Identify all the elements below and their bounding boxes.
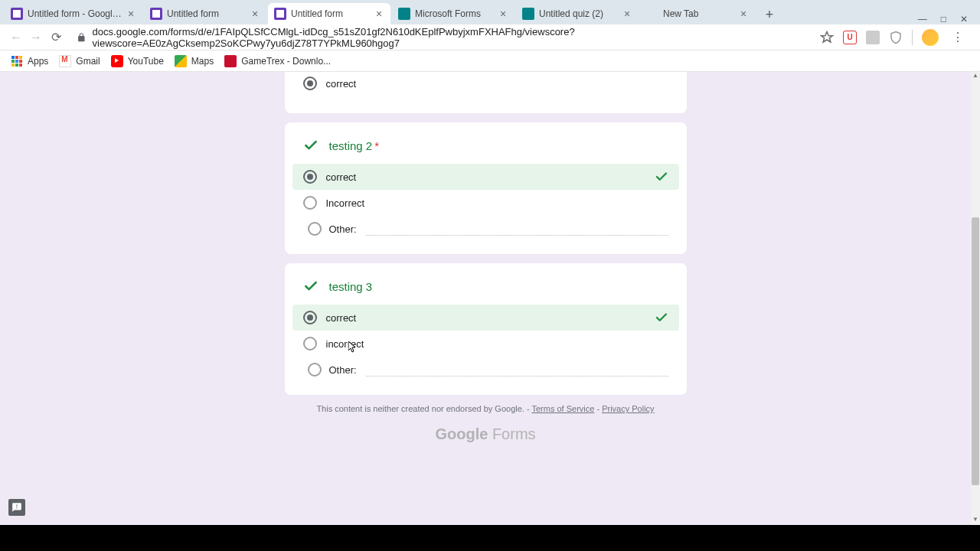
question-header: testing 3 [285,279,687,305]
apps-icon [11,55,23,67]
radio-empty-icon [303,337,317,350]
radio-empty-icon [308,363,322,377]
bookmark-label: GameTrex - Downlo... [241,56,331,67]
url-text: docs.google.com/forms/d/e/1FAIpQLSfCCMlg… [93,26,803,49]
form-favicon [11,8,23,20]
bookmark-label: Maps [191,56,214,67]
radio-option-other[interactable]: Other: [292,357,679,377]
ext-icon-1[interactable]: U [843,31,857,44]
radio-option-correct[interactable]: correct [292,305,679,331]
browser-tab-1[interactable]: Untitled form × [144,3,266,24]
tab-title: Microsoft Forms [415,8,495,19]
maps-icon [175,55,187,67]
question-header: testing 2 * [285,138,687,164]
browser-tab-2[interactable]: Untitled form × [268,3,390,24]
vertical-scrollbar[interactable]: ▲ ▼ [971,72,980,525]
url-input[interactable]: docs.google.com/forms/d/e/1FAIpQLSfCCMlg… [70,28,809,47]
question-title: testing 2 [329,139,373,152]
browser-tab-4[interactable]: Untitled quiz (2) × [516,3,639,24]
profile-avatar[interactable] [922,29,939,46]
bookmark-gmail[interactable]: Gmail [54,54,104,69]
close-icon[interactable]: × [622,8,632,19]
tab-title: Untitled form - Google Form [28,8,122,19]
gametrex-icon [224,55,237,67]
bookmark-maps[interactable]: Maps [170,54,218,69]
tab-title: Untitled form [167,8,247,19]
close-icon[interactable]: × [498,8,508,19]
forward-button[interactable]: → [26,28,46,47]
blank-favicon [646,8,658,20]
tab-title: Untitled quiz (2) [539,8,619,19]
privacy-link[interactable]: Privacy Policy [602,404,654,413]
tos-link[interactable]: Terms of Service [531,404,594,413]
required-asterisk: * [374,139,379,152]
new-tab-button[interactable]: + [760,5,779,24]
radio-empty-icon [303,196,317,210]
option-label: Other: [329,223,357,235]
other-text-input[interactable] [366,222,668,236]
question-card-3: testing 3 correct incorrect Other: [285,263,687,395]
correct-check-icon [655,170,668,184]
shield-icon[interactable] [889,31,903,44]
bookmark-apps[interactable]: Apps [6,54,53,69]
option-label: correct [326,171,357,183]
browser-tab-5[interactable]: New Tab × [640,3,755,24]
feedback-button[interactable] [8,499,25,516]
form-favicon [274,8,286,20]
gmail-icon [59,55,71,67]
address-bar: ← → ⟳ docs.google.com/forms/d/e/1FAIpQLS… [0,24,980,51]
check-icon [303,138,318,153]
radio-option-correct: correct [285,72,687,95]
close-icon[interactable]: × [738,8,749,19]
browser-tab-3[interactable]: Microsoft Forms × [392,3,514,24]
radio-filled-icon [303,170,317,184]
window-controls: — □ ✕ [910,14,975,24]
feedback-icon [11,502,22,513]
radio-empty-icon [308,222,322,236]
close-icon[interactable]: × [250,8,260,19]
option-label: incorrect [326,338,364,350]
correct-check-icon [655,311,668,324]
maximize-icon[interactable]: □ [941,14,946,24]
back-button[interactable]: ← [6,28,26,47]
youtube-icon [111,55,123,67]
bookmarks-bar: Apps Gmail YouTube Maps GameTrex - Downl… [0,51,980,72]
browser-tab-0[interactable]: Untitled form - Google Form × [5,3,142,24]
tab-title: Untitled form [291,8,371,19]
minimize-icon[interactable]: — [918,14,927,24]
other-text-input[interactable] [366,363,668,377]
radio-option-other[interactable]: Other: [292,216,679,236]
bottom-black-bar [0,525,980,551]
chrome-menu-icon[interactable]: ⋮ [948,28,968,47]
option-label: correct [326,78,357,90]
google-forms-logo[interactable]: Google Forms [285,425,687,443]
scroll-thumb[interactable] [972,217,979,485]
star-icon[interactable] [820,31,834,44]
scroll-down-arrow[interactable]: ▼ [971,516,980,525]
option-label: Other: [329,364,357,376]
close-icon[interactable]: × [374,8,384,19]
check-icon [303,279,318,294]
msforms-favicon [398,8,410,20]
bookmark-label: Apps [28,56,48,67]
option-label: correct [326,312,357,324]
radio-filled-icon [303,77,317,90]
question-title: testing 3 [329,280,373,293]
reload-button[interactable]: ⟳ [46,28,66,47]
close-window-icon[interactable]: ✕ [960,14,968,24]
radio-option-incorrect[interactable]: Incorrect [292,190,679,216]
radio-option-correct[interactable]: correct [292,164,679,190]
page-viewport: correct testing 2 * correct Incorrect [0,72,971,525]
form-footer-disclaimer: This content is neither created nor endo… [285,404,687,413]
radio-filled-icon [303,311,317,324]
bookmark-youtube[interactable]: YouTube [106,54,168,69]
ext-icon-2[interactable] [866,31,880,44]
bookmark-gametrex[interactable]: GameTrex - Downlo... [220,54,335,69]
close-icon[interactable]: × [126,8,136,19]
question-card-2: testing 2 * correct Incorrect Other: [285,122,687,254]
tab-title: New Tab [663,8,735,19]
msforms-favicon [522,8,534,20]
radio-option-incorrect[interactable]: incorrect [292,331,679,357]
scroll-up-arrow[interactable]: ▲ [971,72,980,81]
bookmark-label: Gmail [76,56,100,67]
